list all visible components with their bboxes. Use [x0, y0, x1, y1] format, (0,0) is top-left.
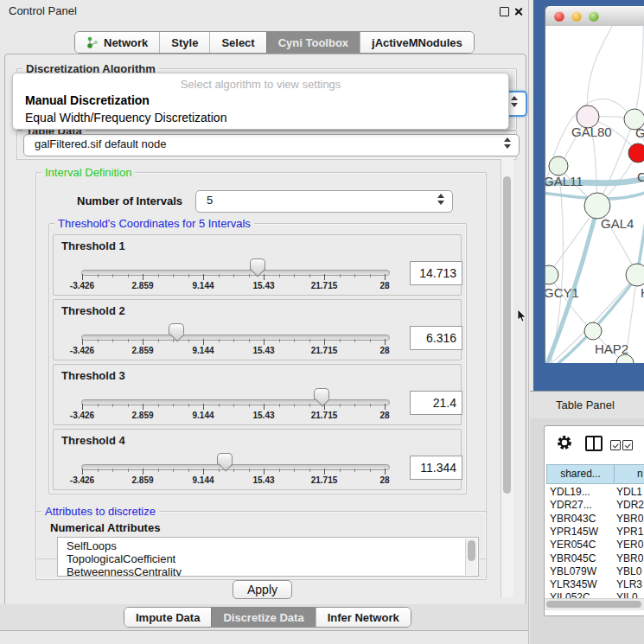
bottom-tab-discretize-data[interactable]: Discretize Data: [211, 608, 315, 627]
minor-tick: [279, 274, 280, 277]
columns-icon[interactable]: [585, 436, 603, 451]
network-node[interactable]: [549, 156, 568, 175]
network-node[interactable]: [584, 322, 602, 340]
node-label: H: [641, 285, 644, 300]
table-panel-header: Table Panel: [530, 391, 644, 420]
threshold-value-field[interactable]: 21.4: [410, 391, 462, 415]
network-edge[interactable]: [637, 195, 644, 275]
minor-tick: [219, 469, 220, 472]
panel-scrollbar[interactable]: [501, 159, 513, 597]
node-label: GAL80: [571, 124, 612, 139]
section-divider: [16, 159, 514, 160]
major-tick: [264, 404, 265, 410]
bottom-tab-infer-network[interactable]: Infer Network: [316, 608, 411, 627]
attribute-item[interactable]: TopologicalCoefficient: [67, 552, 175, 565]
bottom-tab-impute-data[interactable]: Impute Data: [124, 608, 211, 627]
tick-label: 2.859: [131, 411, 153, 420]
minor-tick: [370, 469, 371, 472]
minor-tick: [294, 404, 295, 407]
threshold-value-field[interactable]: 14.713: [410, 261, 462, 285]
minor-tick: [309, 339, 310, 342]
node-label: HAP2: [595, 341, 628, 356]
network-edge[interactable]: [587, 26, 615, 117]
checkbox-icon[interactable]: [622, 440, 633, 450]
minor-tick: [249, 404, 250, 407]
major-tick: [385, 274, 386, 280]
tab-cyni-toolbox[interactable]: Cyni Toolbox: [266, 32, 360, 53]
major-tick: [264, 274, 265, 280]
column-header-shared[interactable]: shared...: [546, 464, 615, 484]
slider-thumb[interactable]: [169, 323, 184, 335]
minor-tick: [294, 274, 295, 277]
network-node[interactable]: [628, 143, 644, 163]
minor-tick: [309, 469, 310, 472]
cell-shared-name: YDL19...: [550, 486, 590, 498]
checkbox-icon[interactable]: [610, 440, 621, 450]
minor-tick: [294, 339, 295, 342]
threshold-value-field[interactable]: 11.344: [410, 456, 462, 480]
tab-label: Select: [221, 36, 254, 49]
algorithm-option-1[interactable]: Manual Discretization: [14, 93, 509, 107]
num-intervals-spinner[interactable]: 5: [195, 190, 453, 213]
minimize-traffic-light[interactable]: [571, 11, 582, 22]
network-canvas[interactable]: GAL80GCGAL11GAL4GCY1HHAP2: [545, 26, 644, 363]
tab-label: Style: [171, 36, 198, 49]
minor-tick: [128, 274, 129, 277]
network-node[interactable]: [584, 193, 610, 219]
network-node[interactable]: [545, 265, 558, 284]
network-edge[interactable]: [634, 26, 643, 119]
float-icon[interactable]: [500, 7, 509, 16]
panel-scrollbar-thumb[interactable]: [503, 176, 511, 494]
attribute-item[interactable]: SelfLoops: [67, 539, 117, 552]
tab-style[interactable]: Style: [159, 32, 209, 53]
slider-thumb[interactable]: [217, 453, 233, 464]
major-tick: [385, 339, 386, 345]
tick-label: 21.715: [311, 346, 338, 355]
close-icon[interactable]: [513, 7, 523, 16]
major-tick: [143, 339, 143, 345]
close-traffic-light[interactable]: [554, 11, 564, 22]
minor-tick: [249, 339, 250, 342]
table-data-combo[interactable]: galFiltered.sif default node: [23, 134, 520, 156]
major-tick: [385, 469, 386, 475]
tick-label: 2.859: [131, 346, 153, 355]
zoom-traffic-light[interactable]: [589, 11, 599, 22]
network-node[interactable]: [626, 264, 644, 286]
slider-thumb[interactable]: [250, 258, 265, 270]
slider-thumb[interactable]: [314, 388, 329, 399]
cell-shared-name: YBR043C: [550, 513, 596, 525]
major-tick: [203, 274, 204, 280]
tick-label: 9.144: [192, 475, 214, 485]
gear-icon[interactable]: [556, 434, 573, 451]
node-label: G: [635, 125, 644, 140]
tick-label: -3.426: [70, 281, 94, 290]
tick-label: 9.144: [192, 281, 214, 290]
major-tick: [264, 339, 265, 345]
apply-button[interactable]: Apply: [233, 580, 292, 599]
network-window-titlebar[interactable]: [545, 6, 644, 27]
algorithm-hint: Select algorithm to view settings: [13, 78, 508, 91]
panel-divider[interactable]: [528, 0, 529, 644]
minor-tick: [98, 274, 99, 277]
algorithm-option-2[interactable]: Equal Width/Frequency Discretization: [14, 111, 509, 124]
minor-tick: [294, 469, 295, 472]
network-window: GAL80GCGAL11GAL4GCY1HHAP2: [545, 6, 644, 363]
column-header-name[interactable]: n: [614, 464, 644, 484]
tick-label: 21.715: [311, 411, 338, 420]
attribute-item[interactable]: BetweennessCentrality: [67, 565, 182, 577]
panel-title: Control Panel: [9, 4, 77, 17]
major-tick: [385, 404, 386, 410]
numerical-attributes-list[interactable]: SelfLoopsTopologicalCoefficientBetweenne…: [57, 537, 479, 577]
table-hscrollbar-thumb[interactable]: [546, 601, 641, 608]
tab-network[interactable]: Network: [75, 32, 159, 53]
tab-jactivemnodules[interactable]: jActiveMNodules: [360, 32, 474, 53]
attributes-scrollbar[interactable]: [465, 539, 477, 575]
minor-tick: [340, 404, 341, 407]
major-tick: [82, 469, 83, 475]
threshold-value-field[interactable]: 6.316: [410, 326, 462, 350]
minor-tick: [112, 404, 113, 407]
minor-tick: [188, 469, 189, 472]
major-tick: [143, 404, 143, 410]
table-hscrollbar[interactable]: [545, 598, 644, 610]
tab-select[interactable]: Select: [209, 32, 265, 53]
